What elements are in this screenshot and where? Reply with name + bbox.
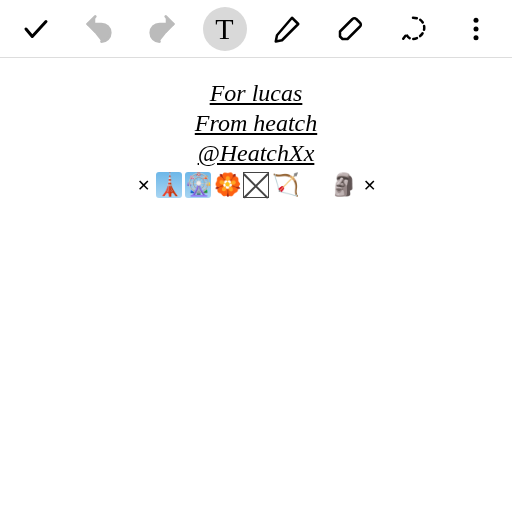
pen-icon [272,14,302,44]
svg-point-2 [473,35,478,40]
pen-tool-button[interactable] [265,7,309,51]
emoji-rosette[interactable]: 🏵️ [214,172,240,198]
lasso-tool-button[interactable] [391,7,435,51]
emoji-ferris-wheel[interactable]: 🎡 [185,172,211,198]
done-button[interactable] [14,7,58,51]
eraser-tool-button[interactable] [328,7,372,51]
emoji-missing-glyph[interactable] [243,172,269,198]
text-tool-button[interactable]: T [203,7,247,51]
undo-icon [84,14,114,44]
emoji-blank [301,172,327,198]
eraser-icon [335,14,365,44]
emoji-row-delete-left[interactable]: ✕ [133,175,153,195]
check-icon [21,14,51,44]
more-button[interactable] [454,7,498,51]
redo-icon [147,14,177,44]
note-line-2[interactable]: From heatch [195,108,317,138]
text-tool-icon: T [215,12,233,46]
svg-point-0 [473,17,478,22]
emoji-bow-arrow[interactable]: 🏹 [272,172,298,198]
emoji-moai[interactable]: 🗿 [330,172,356,198]
emoji-tokyo-tower[interactable]: 🗼 [156,172,182,198]
svg-point-1 [473,26,478,31]
emoji-row: ✕ 🗼 🎡 🏵️ 🏹 🗿 ✕ [133,172,379,198]
note-line-1[interactable]: For lucas [210,78,303,108]
note-line-3[interactable]: @HeatchXx [198,138,315,168]
lasso-icon [398,14,428,44]
canvas-area[interactable]: For lucas From heatch @HeatchXx ✕ 🗼 🎡 🏵️… [0,58,512,198]
undo-button[interactable] [77,7,121,51]
emoji-row-delete-right[interactable]: ✕ [359,175,379,195]
toolbar: T [0,0,512,58]
more-vertical-icon [461,14,491,44]
redo-button[interactable] [140,7,184,51]
